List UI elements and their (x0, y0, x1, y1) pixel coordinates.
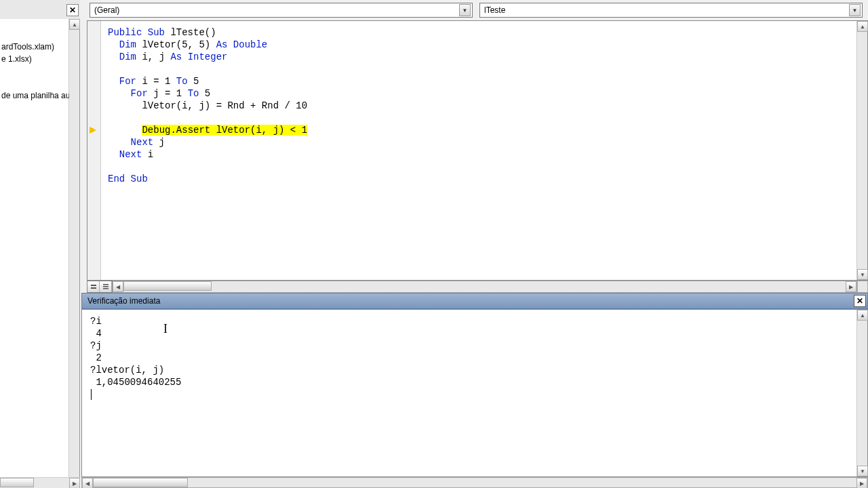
tree-item[interactable] (1, 65, 69, 77)
immediate-close-button[interactable]: ✕ (854, 295, 866, 307)
svg-rect-1 (91, 287, 96, 289)
project-explorer-header: ✕ (0, 0, 80, 19)
code-hscrollbar[interactable]: ◀ ▶ (113, 281, 857, 293)
scroll-right-icon[interactable]: ▶ (846, 281, 856, 292)
object-dropdown-label: (Geral) (94, 5, 119, 15)
code-line[interactable]: Next i (108, 148, 856, 161)
scroll-right-icon[interactable]: ▶ (856, 478, 867, 488)
code-editor[interactable]: Public Sub lTeste() Dim lVetor(5, 5) As … (87, 20, 868, 281)
code-vscrollbar[interactable]: ▲ ▼ (856, 21, 867, 280)
chevron-down-icon[interactable]: ▼ (849, 4, 861, 16)
code-line[interactable] (108, 161, 856, 173)
svg-rect-3 (103, 286, 108, 287)
immediate-line[interactable]: 1,0450094640255 (90, 376, 856, 388)
code-line[interactable]: Public Sub lTeste() (108, 26, 856, 39)
project-explorer-panel: ✕ ▲ ardTools.xlam)e 1.xlsx) de uma plani… (0, 0, 80, 488)
svg-rect-4 (103, 288, 108, 289)
tree-item[interactable]: ardTools.xlam) (1, 41, 69, 53)
code-line[interactable] (108, 112, 856, 124)
code-line[interactable]: For j = 1 To 5 (108, 87, 856, 100)
hscroll-thumb[interactable] (123, 281, 212, 291)
tree-item[interactable] (1, 77, 69, 89)
immediate-window-header[interactable]: Verificação imediata ✕ (81, 293, 868, 309)
code-line[interactable] (108, 63, 856, 75)
code-line[interactable]: lVetor(i, j) = Rnd + Rnd / 10 (108, 100, 856, 112)
chevron-down-icon[interactable]: ▼ (459, 4, 471, 16)
full-module-view-button[interactable] (100, 281, 112, 292)
code-text[interactable]: Public Sub lTeste() Dim lVetor(5, 5) As … (101, 21, 856, 280)
code-margin[interactable] (87, 21, 101, 280)
immediate-line[interactable]: 2 (90, 352, 856, 364)
scroll-down-icon[interactable]: ▼ (857, 466, 868, 476)
tree-item[interactable]: e 1.xlsx) (1, 53, 69, 65)
immediate-cursor-line[interactable] (90, 388, 856, 401)
scroll-up-icon[interactable]: ▲ (857, 21, 868, 32)
corner (857, 281, 868, 293)
immediate-line[interactable]: ?lvetor(i, j) (90, 364, 856, 376)
code-line[interactable]: For i = 1 To 5 (108, 75, 856, 87)
hscroll-thumb[interactable] (93, 478, 188, 487)
immediate-line[interactable]: 4 (90, 327, 856, 340)
scroll-left-icon[interactable]: ◀ (113, 281, 123, 292)
svg-rect-2 (103, 284, 108, 285)
code-bottom-bar: ◀ ▶ (87, 281, 868, 293)
svg-rect-0 (91, 285, 96, 286)
code-line[interactable]: Dim lVetor(5, 5) As Double (108, 39, 856, 51)
tree-item[interactable]: de uma planilha aut (1, 89, 69, 102)
current-line-arrow-icon (90, 125, 99, 135)
code-container: (Geral) ▼ lTeste ▼ Public Sub lTeste() D… (81, 0, 868, 293)
object-dropdown[interactable]: (Geral) ▼ (90, 3, 473, 18)
immediate-window-title: Verificação imediata (87, 296, 160, 306)
code-line[interactable]: Dim i, j As Integer (108, 51, 856, 63)
hscroll-thumb[interactable] (0, 478, 34, 487)
immediate-window[interactable]: ?i 4 ?j 2 ?lvetor(i, j) 1,0450094640255 … (81, 309, 868, 477)
immediate-line[interactable]: ?i (90, 315, 856, 327)
scroll-right-icon[interactable]: ▶ (69, 478, 80, 488)
scroll-up-icon[interactable]: ▲ (857, 310, 868, 321)
scroll-down-icon[interactable]: ▼ (857, 269, 868, 280)
code-line[interactable]: Next j (108, 136, 856, 148)
project-explorer-vscrollbar[interactable]: ▲ (68, 19, 79, 480)
code-line[interactable]: Debug.Assert lVetor(i, j) < 1 (108, 124, 856, 136)
procedure-view-button[interactable] (87, 281, 100, 292)
project-explorer-close-button[interactable]: ✕ (66, 4, 79, 16)
immediate-text[interactable]: ?i 4 ?j 2 ?lvetor(i, j) 1,0450094640255 (82, 310, 856, 476)
immediate-vscrollbar[interactable]: ▲ ▼ (856, 310, 867, 476)
code-line[interactable]: End Sub (108, 173, 856, 185)
project-explorer-hscrollbar[interactable]: ▶ (0, 477, 80, 488)
procedure-dropdown-label: lTeste (484, 5, 505, 15)
scroll-up-icon[interactable]: ▲ (69, 19, 80, 30)
immediate-line[interactable]: ?j (90, 340, 856, 352)
immediate-hscrollbar[interactable]: ◀ ▶ (81, 477, 868, 488)
scroll-left-icon[interactable]: ◀ (82, 478, 93, 488)
project-tree[interactable]: ardTools.xlam)e 1.xlsx) de uma planilha … (0, 41, 69, 102)
procedure-dropdown[interactable]: lTeste ▼ (479, 3, 863, 18)
